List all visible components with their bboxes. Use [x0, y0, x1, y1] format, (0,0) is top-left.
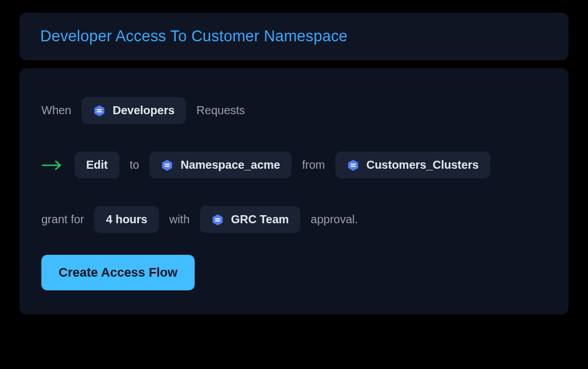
- label-to: to: [130, 158, 140, 172]
- flow-builder-panel: When Developers Requests: [20, 68, 568, 314]
- token-requester-label: Developers: [113, 104, 175, 117]
- row-action: Edit to Namespace_acme from: [41, 152, 547, 178]
- svg-rect-1: [97, 109, 102, 110]
- svg-rect-12: [215, 220, 220, 221]
- token-cluster[interactable]: Customers_Clusters: [335, 152, 490, 178]
- k8s-hexagon-icon: [161, 159, 173, 172]
- arrow-right-icon: [41, 158, 64, 172]
- row-grant: grant for 4 hours with GRC Team approval…: [41, 206, 547, 233]
- label-when: When: [41, 104, 71, 117]
- token-approver-label: GRC Team: [231, 213, 289, 226]
- create-access-flow-label: Create Access Flow: [59, 265, 177, 280]
- svg-marker-0: [95, 105, 105, 116]
- label-requests: Requests: [196, 104, 245, 117]
- svg-rect-2: [97, 111, 102, 112]
- svg-rect-6: [165, 165, 170, 166]
- token-requester[interactable]: Developers: [82, 97, 186, 124]
- row-when: When Developers Requests: [41, 97, 547, 124]
- label-from: from: [302, 158, 325, 172]
- svg-rect-5: [165, 164, 170, 165]
- k8s-hexagon-icon: [93, 104, 106, 117]
- token-namespace-label: Namespace_acme: [180, 158, 280, 172]
- svg-rect-8: [350, 164, 355, 165]
- token-duration-label: 4 hours: [106, 213, 147, 226]
- page-title: Developer Access To Customer Namespace: [40, 28, 548, 45]
- create-access-flow-button[interactable]: Create Access Flow: [41, 255, 195, 290]
- token-approver[interactable]: GRC Team: [200, 206, 300, 233]
- k8s-hexagon-icon: [347, 159, 359, 172]
- token-namespace[interactable]: Namespace_acme: [149, 152, 291, 178]
- svg-marker-10: [213, 214, 223, 225]
- label-grant-for: grant for: [41, 213, 84, 226]
- token-action[interactable]: Edit: [75, 152, 119, 178]
- svg-rect-11: [215, 218, 220, 219]
- svg-rect-9: [350, 165, 355, 166]
- k8s-hexagon-icon: [211, 213, 224, 226]
- svg-marker-7: [348, 160, 358, 170]
- label-with: with: [169, 213, 190, 226]
- token-duration[interactable]: 4 hours: [94, 206, 158, 233]
- token-cluster-label: Customers_Clusters: [366, 158, 479, 172]
- token-action-label: Edit: [86, 158, 108, 172]
- label-approval: approval.: [311, 213, 358, 226]
- title-panel: Developer Access To Customer Namespace: [20, 13, 568, 60]
- svg-marker-4: [163, 160, 172, 170]
